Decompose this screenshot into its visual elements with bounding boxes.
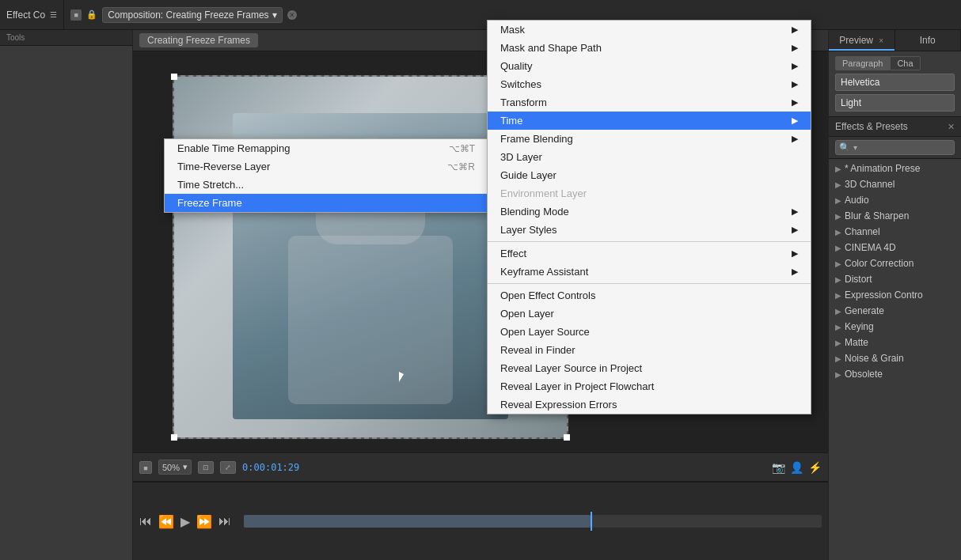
effect-item-3d-channel[interactable]: ▶ 3D Channel: [829, 176, 961, 192]
effects-panel-title: Effects & Presets: [835, 121, 908, 132]
menu-item-open-effect-controls[interactable]: Open Effect Controls: [488, 286, 811, 305]
comp-close-button[interactable]: ✕: [287, 10, 297, 20]
menu-item-open-layer[interactable]: Open Layer: [488, 305, 811, 323]
motion-icon[interactable]: ⚡: [808, 461, 822, 474]
tab-info[interactable]: Info: [895, 30, 962, 51]
fit-screen-icon[interactable]: ⊡: [198, 461, 214, 474]
font-section: Paragraph Cha Helvetica Light: [829, 51, 961, 117]
timeline-step-forward[interactable]: ⏩: [196, 514, 212, 529]
menu-separator-2: [488, 283, 811, 284]
timeline-skip-start[interactable]: ⏮: [139, 514, 152, 528]
font-weight-field[interactable]: Light: [835, 94, 955, 112]
app-title: Effect Co: [6, 9, 45, 21]
effects-list: ▶ * Animation Prese ▶ 3D Channel ▶ Audio…: [829, 159, 961, 560]
menu-item-3d-layer[interactable]: 3D Layer: [488, 148, 811, 166]
menu-item-reveal-in-finder[interactable]: Reveal in Finder: [488, 341, 811, 359]
panel-title: Effect Co ☰: [0, 9, 63, 21]
effect-item-animation-presets[interactable]: ▶ * Animation Prese: [829, 161, 961, 176]
timeline-area: ⏮ ⏪ ▶ ⏩ ⏭: [133, 481, 828, 560]
effects-search-box[interactable]: 🔍 ▾: [835, 140, 955, 155]
timeline-skip-end[interactable]: ⏭: [218, 514, 231, 528]
left-panel: Tools: [0, 30, 133, 560]
right-panel-tabs: Preview × Info: [829, 30, 961, 51]
effect-item-expression-controls[interactable]: ▶ Expression Contro: [829, 287, 961, 303]
menu-item-time-stretch[interactable]: Time Stretch...: [165, 176, 488, 194]
camera-icon[interactable]: 📷: [772, 461, 785, 474]
menu-item-reveal-expression-errors[interactable]: Reveal Expression Errors: [488, 395, 811, 414]
tab-character[interactable]: Cha: [890, 56, 920, 70]
menu-item-time[interactable]: Time ▶: [488, 112, 811, 130]
timeline-step-back[interactable]: ⏪: [158, 514, 174, 529]
menu-item-frame-blending[interactable]: Frame Blending ▶: [488, 130, 811, 148]
zoom-selector[interactable]: 50% ▾: [158, 460, 192, 475]
menu-item-keyframe-assistant[interactable]: Keyframe Assistant ▶: [488, 263, 811, 281]
effect-item-generate[interactable]: ▶ Generate: [829, 303, 961, 319]
left-panel-title: Tools: [0, 30, 132, 46]
effect-item-channel[interactable]: ▶ Channel: [829, 224, 961, 240]
effect-item-obsolete[interactable]: ▶ Obsolete: [829, 366, 961, 382]
effect-item-cinema4d[interactable]: ▶ CINEMA 4D: [829, 240, 961, 255]
effect-item-audio[interactable]: ▶ Audio: [829, 192, 961, 208]
comp-icon: ■: [70, 9, 82, 21]
canvas-bottom-bar: ■ 50% ▾ ⊡ ⤢ 0:00:01:29 📷 👤 ⚡: [133, 452, 828, 481]
lock-icon: 🔒: [86, 9, 97, 20]
person-icon[interactable]: 👤: [790, 461, 803, 474]
effects-panel-close[interactable]: ✕: [948, 122, 955, 132]
tab-paragraph[interactable]: Paragraph: [835, 56, 890, 70]
menu-item-effect[interactable]: Effect ▶: [488, 244, 811, 263]
timeline-controls: ⏮ ⏪ ▶ ⏩ ⏭: [139, 514, 231, 529]
timeline-play[interactable]: ▶: [180, 514, 190, 529]
timeline-progress-bar: [244, 515, 591, 528]
menu-item-quality[interactable]: Quality ▶: [488, 57, 811, 75]
dropdown-arrow[interactable]: ▾: [272, 9, 277, 21]
effect-item-color-correction[interactable]: ▶ Color Correction: [829, 255, 961, 271]
menu-item-reveal-layer-flowchart[interactable]: Reveal Layer in Project Flowchart: [488, 377, 811, 395]
menu-item-freeze-frame[interactable]: Freeze Frame: [165, 194, 488, 212]
menu-item-environment-layer: Environment Layer: [488, 184, 811, 202]
timeline-playhead: [591, 512, 592, 531]
comp-selector: ■ 🔒 Composition: Creating Freeze Frames …: [64, 7, 302, 23]
menu-item-open-layer-source[interactable]: Open Layer Source: [488, 323, 811, 341]
effects-search-area: 🔍 ▾: [829, 137, 961, 159]
selection-handle-br: [564, 434, 570, 441]
menu-item-switches[interactable]: Switches ▶: [488, 75, 811, 93]
effect-item-blur-sharpen[interactable]: ▶ Blur & Sharpen: [829, 208, 961, 224]
top-bar: Effect Co ☰ ■ 🔒 Composition: Creating Fr…: [0, 0, 961, 30]
main-area: Tools Creating Freeze Frames: [0, 30, 961, 560]
font-name-field[interactable]: Helvetica: [835, 74, 955, 91]
effect-item-keying[interactable]: ▶ Keying: [829, 319, 961, 335]
menu-item-mask-shape-path[interactable]: Mask and Shape Path ▶: [488, 39, 811, 57]
search-dropdown-arrow[interactable]: ▾: [853, 143, 857, 152]
menu-item-transform[interactable]: Transform ▶: [488, 93, 811, 112]
selection-handle-bl: [171, 434, 177, 441]
context-menu-time-submenu: Enable Time Remapping ⌥⌘T Time-Reverse L…: [164, 138, 488, 213]
effect-item-distort[interactable]: ▶ Distort: [829, 271, 961, 287]
menu-item-mask[interactable]: Mask ▶: [488, 21, 811, 39]
timeline-track[interactable]: [244, 515, 822, 528]
canvas-settings-icon[interactable]: ■: [139, 461, 152, 474]
comp-tab-creating-freeze-frames[interactable]: Creating Freeze Frames: [139, 33, 258, 47]
preview-tab-close[interactable]: ×: [879, 36, 883, 45]
effect-item-matte[interactable]: ▶ Matte: [829, 335, 961, 350]
canvas-bottom-icons: 📷 👤 ⚡: [772, 461, 822, 474]
comp-dropdown[interactable]: Composition: Creating Freeze Frames ▾: [102, 7, 282, 23]
right-panel: Preview × Info Paragraph Cha Helvetica L: [828, 30, 961, 560]
selection-handle-tl: [171, 74, 177, 80]
menu-item-blending-mode[interactable]: Blending Mode ▶: [488, 202, 811, 221]
panel-menu-icon[interactable]: ☰: [50, 10, 57, 19]
menu-separator-1: [488, 241, 811, 242]
effects-panel-header: Effects & Presets ✕: [829, 117, 961, 137]
menu-item-guide-layer[interactable]: Guide Layer: [488, 166, 811, 184]
context-menu-layer: Mask ▶ Mask and Shape Path ▶ Quality ▶ S…: [487, 20, 811, 414]
menu-item-layer-styles[interactable]: Layer Styles ▶: [488, 221, 811, 239]
effect-item-noise-grain[interactable]: ▶ Noise & Grain: [829, 350, 961, 366]
menu-item-time-reverse-layer[interactable]: Time-Reverse Layer ⌥⌘R: [165, 157, 488, 176]
timecode-display: 0:00:01:29: [242, 462, 299, 473]
menu-item-enable-time-remapping[interactable]: Enable Time Remapping ⌥⌘T: [165, 139, 488, 157]
fullscreen-icon[interactable]: ⤢: [220, 461, 236, 474]
composition-name: Composition: Creating Freeze Frames: [108, 9, 268, 21]
font-tabs: Paragraph Cha: [835, 56, 955, 70]
menu-item-reveal-layer-source[interactable]: Reveal Layer Source in Project: [488, 359, 811, 377]
search-icon: 🔍: [839, 142, 850, 153]
tab-preview[interactable]: Preview ×: [829, 30, 895, 51]
